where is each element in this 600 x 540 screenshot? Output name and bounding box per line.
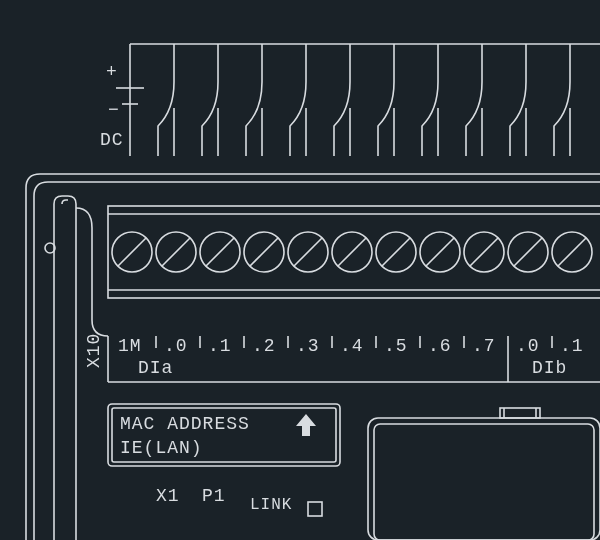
connector-tab: [290, 82, 306, 156]
svg-line-32: [162, 238, 190, 266]
screw-terminal: [332, 232, 372, 272]
svg-rect-26: [108, 206, 600, 298]
svg-line-46: [470, 238, 498, 266]
pin-0b: .0: [516, 336, 540, 356]
screw-terminal: [244, 232, 284, 272]
screw-terminal: [508, 232, 548, 272]
screw-terminal: [552, 232, 592, 272]
screw-terminal: [200, 232, 240, 272]
svg-line-30: [118, 238, 146, 266]
screw-terminal: [112, 232, 152, 272]
connector-tab: [378, 82, 394, 156]
screw-terminal: [288, 232, 328, 272]
pin-6a: .6: [428, 336, 452, 356]
pin-1b: .1: [560, 336, 584, 356]
group-dia: DIa: [138, 358, 173, 378]
mac-address-label: MAC ADDRESS: [120, 414, 250, 434]
connector-tab: [202, 82, 218, 156]
x10-label: X10: [84, 333, 104, 368]
connector-tab: [246, 82, 262, 156]
screw-terminal: [464, 232, 504, 272]
connector-tab: [466, 82, 482, 156]
svg-line-48: [514, 238, 542, 266]
svg-rect-65: [368, 418, 600, 540]
dc-label: DC: [100, 130, 124, 150]
pin-1a: .1: [208, 336, 232, 356]
pin-5a: .5: [384, 336, 408, 356]
pin-2a: .2: [252, 336, 276, 356]
ie-lan-label: IE(LAN): [120, 438, 203, 458]
plus-label: +: [106, 62, 118, 82]
svg-line-34: [206, 238, 234, 266]
connector-tab: [554, 82, 570, 156]
screw-terminal: [420, 232, 460, 272]
pin-7a: .7: [472, 336, 496, 356]
pin-1m: 1M: [118, 336, 142, 356]
svg-line-38: [294, 238, 322, 266]
svg-rect-67: [500, 408, 540, 418]
connector-tab: [158, 82, 174, 156]
pin-3a: .3: [296, 336, 320, 356]
pin-4a: .4: [340, 336, 364, 356]
screw-terminal: [376, 232, 416, 272]
pin-0a: .0: [164, 336, 188, 356]
p1-label: P1: [202, 486, 226, 506]
svg-rect-66: [374, 424, 594, 540]
svg-line-36: [250, 238, 278, 266]
link-led-icon: [308, 502, 322, 516]
svg-line-42: [382, 238, 410, 266]
screw-terminal: [156, 232, 196, 272]
x1-label: X1: [156, 486, 180, 506]
arrow-up-icon: [296, 414, 316, 436]
svg-line-40: [338, 238, 366, 266]
link-label: LINK: [250, 496, 292, 514]
connector-tab: [334, 82, 350, 156]
svg-line-50: [558, 238, 586, 266]
connector-tab: [422, 82, 438, 156]
group-dib: DIb: [532, 358, 567, 378]
svg-line-44: [426, 238, 454, 266]
connector-tab: [510, 82, 526, 156]
minus-label: −: [108, 100, 120, 120]
